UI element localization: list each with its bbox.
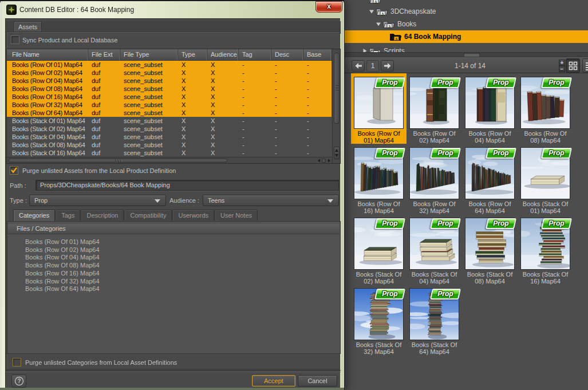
thumbnail-32-map64[interactable]: PropBooks (Row Of32) Map64 [407, 144, 462, 214]
audience-dropdown[interactable]: Teens [203, 195, 339, 206]
thumbnail-04-map64[interactable]: PropBooks (Row Of04) Map64 [462, 73, 518, 144]
list-view-button[interactable] [582, 58, 588, 73]
thumbnail-image[interactable]: Prop [354, 218, 404, 270]
grid-view-button[interactable] [566, 58, 580, 73]
thumbnail-image[interactable]: Prop [520, 218, 570, 270]
type-dropdown[interactable]: Prop [29, 195, 166, 206]
path-field[interactable]: Props/3DCheapskate/Books/64 Book Mapping [35, 180, 339, 191]
previous-page-button[interactable] [352, 60, 365, 72]
thumbnail-01-map64[interactable]: PropBooks (Row Of01) Map64 [351, 73, 407, 144]
next-page-button[interactable] [381, 60, 394, 72]
tree-scrollbar-thumb[interactable] [464, 53, 480, 57]
thumbnail-image[interactable]: Prop [409, 218, 459, 270]
tab-tags[interactable]: Tags [56, 210, 80, 220]
table-row[interactable]: Books (Row Of 16) Map64dufscene_subsetXX… [7, 93, 332, 101]
table-row[interactable]: Books (Row Of 08) Map64dufscene_subsetXX… [7, 85, 332, 93]
thumbnail-64-map64[interactable]: PropBooks (Row Of64) Map64 [462, 144, 518, 214]
tree-item-64-book-mapping[interactable]: S64 Book Mapping [344, 30, 588, 43]
thumbnail-02-map64[interactable]: PropBooks (Stack Of02) Map64 [351, 214, 407, 285]
thumbnail-16-map64[interactable]: PropBooks (Stack Of16) Map64 [518, 214, 573, 285]
expanded-arrow-icon[interactable] [369, 9, 374, 14]
column-header-audience[interactable]: Audience [207, 49, 239, 60]
thumbnail-label: Books (Row Of64) Map64 [462, 200, 518, 214]
column-header-base[interactable]: Base [303, 49, 332, 60]
thumbnail-08-map64[interactable]: PropBooks (Row Of08) Map64 [518, 73, 573, 144]
thumbnail-02-map64[interactable]: PropBooks (Row Of02) Map64 [407, 73, 462, 144]
thumbnail-08-map64[interactable]: PropBooks (Stack Of08) Map64 [462, 214, 518, 285]
table-row[interactable]: Books (Row Of 02) Map64dufscene_subsetXX… [7, 69, 332, 77]
column-header-tag[interactable]: Tag [239, 49, 271, 60]
table-row[interactable]: Books (Row Of 01) Map64dufscene_subsetXX… [7, 61, 332, 69]
close-button[interactable]: x [315, 1, 342, 13]
thumbnail-04-map64[interactable]: PropBooks (Stack Of04) Map64 [407, 214, 462, 285]
table-row[interactable]: Books (Stack Of 01) Map64dufscene_subset… [7, 117, 332, 125]
thumbnail-image[interactable]: Prop [409, 288, 459, 340]
tab-categories[interactable]: Categories [13, 210, 55, 221]
category-file-item[interactable]: Books (Row Of 02) Map64 [25, 246, 100, 254]
zoom-out-button[interactable]: − [559, 66, 565, 72]
thumbnail-image[interactable]: Prop [520, 77, 570, 129]
purge-assets-checkbox[interactable] [10, 166, 18, 175]
vscroll-thumb[interactable] [334, 53, 340, 124]
thumbnail-image[interactable]: Prop [409, 147, 459, 199]
cell-name: Books (Stack Of 04) Map64 [7, 133, 88, 141]
table-row[interactable]: Books (Stack Of 04) Map64dufscene_subset… [7, 133, 332, 141]
cell-desc: - [271, 77, 303, 85]
expanded-arrow-icon[interactable] [376, 21, 381, 27]
thumbnail-image[interactable]: Prop [465, 218, 515, 270]
page-number-box[interactable]: 1 [366, 60, 379, 72]
help-button[interactable]: ? [11, 375, 26, 388]
column-header-type[interactable]: Type [178, 49, 207, 60]
table-horizontal-scrollbar[interactable] [7, 157, 332, 163]
accept-button[interactable]: Accept [252, 375, 295, 387]
tree-horizontal-scrollbar[interactable] [344, 52, 588, 57]
category-file-item[interactable]: Books (Row Of 16) Map64 [25, 269, 100, 277]
tree-item-books[interactable]: SBooks [344, 18, 588, 30]
table-row[interactable]: Books (Row Of 04) Map64dufscene_subsetXX… [7, 77, 332, 85]
thumbnail-01-map64[interactable]: PropBooks (Stack Of01) Map64 [518, 144, 573, 214]
thumbnail-16-map64[interactable]: PropBooks (Row Of16) Map64 [351, 144, 407, 214]
prop-badge: Prop [541, 218, 572, 229]
cell-ext: duf [88, 85, 120, 93]
thumbnail-image[interactable]: Prop [354, 288, 404, 340]
cell-type: X [178, 85, 207, 93]
column-header-file-type[interactable]: File Type [120, 49, 178, 60]
thumbnail-image[interactable]: Prop [520, 147, 570, 199]
category-file-item[interactable]: Books (Row Of 08) Map64 [25, 261, 100, 269]
sync-checkbox[interactable] [11, 36, 19, 44]
column-header-desc[interactable]: Desc [271, 49, 303, 60]
thumbnail-image[interactable]: Prop [465, 147, 515, 199]
table-vertical-scrollbar[interactable] [332, 49, 340, 163]
zoom-in-button[interactable]: + [559, 60, 565, 66]
hscroll-arrows[interactable] [317, 159, 331, 163]
thumbnail-image[interactable]: Prop [354, 77, 404, 129]
hscroll-thumb[interactable] [9, 159, 227, 163]
title-bar[interactable]: Content DB Editor : 64 Book Mapping x [2, 2, 342, 18]
category-file-item[interactable]: Books (Row Of 64) Map64 [25, 285, 100, 293]
tab-assets[interactable]: Assets [14, 21, 42, 32]
table-row[interactable]: Books (Row Of 32) Map64dufscene_subsetXX… [7, 101, 332, 109]
table-row[interactable]: Books (Stack Of 02) Map64dufscene_subset… [7, 125, 332, 133]
tab-compatibility[interactable]: Compatibility [124, 210, 172, 220]
category-file-item[interactable]: Books (Row Of 01) Map64 [25, 238, 100, 246]
column-header-file-ext[interactable]: File Ext [88, 49, 120, 60]
table-row[interactable]: Books (Stack Of 16) Map64dufscene_subset… [7, 149, 332, 157]
cancel-button[interactable]: Cancel [298, 375, 337, 387]
tab-description[interactable]: Description [81, 210, 124, 220]
vscroll-arrows[interactable] [334, 147, 340, 159]
thumbnail-image[interactable]: Prop [354, 147, 404, 199]
purge-categories-checkbox[interactable] [13, 358, 21, 367]
category-file-item[interactable]: Books (Row Of 04) Map64 [25, 253, 100, 261]
column-header-file-name[interactable]: File Name [7, 49, 88, 60]
tab-user-notes[interactable]: User Notes [215, 210, 258, 220]
tree-item-3dcheapskate[interactable]: S3DCheapskate [344, 5, 588, 18]
thumbnail-image[interactable]: Prop [465, 77, 515, 129]
category-file-item[interactable]: Books (Row Of 32) Map64 [25, 277, 100, 285]
thumbnail-64-map64[interactable]: PropBooks (Stack Of64) Map64 [407, 285, 462, 355]
thumbnail-image[interactable]: Prop [409, 77, 459, 129]
thumbnail-32-map64[interactable]: PropBooks (Stack Of32) Map64 [351, 285, 407, 355]
tab-userwords[interactable]: Userwords [172, 210, 214, 220]
table-row[interactable]: Books (Stack Of 08) Map64dufscene_subset… [7, 141, 332, 149]
table-row[interactable]: Books (Row Of 64) Map64dufscene_subsetXX… [7, 109, 332, 117]
cell-audience: X [207, 141, 239, 149]
